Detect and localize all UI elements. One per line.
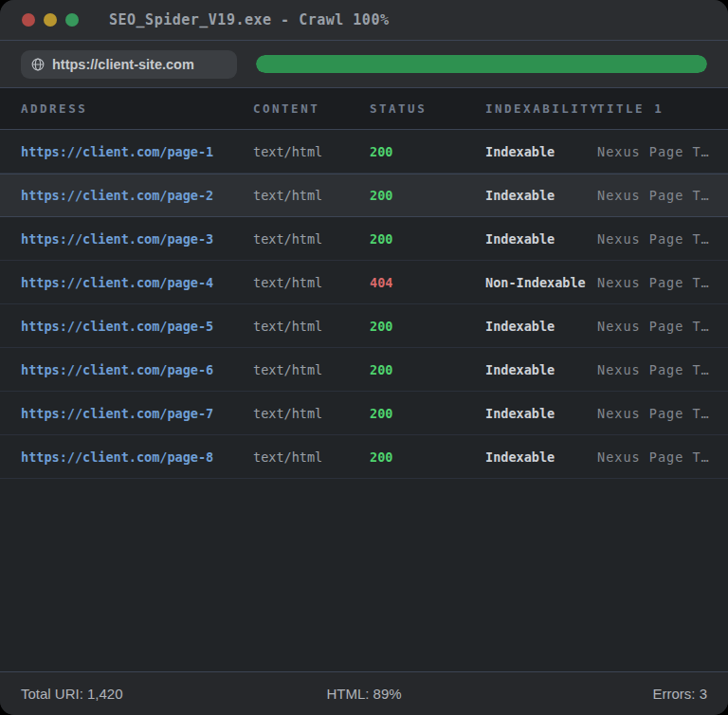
table-row[interactable]: https://client.com/page-7 text/html 200 … [0,392,728,435]
cell-address: https://client.com/page-6 [21,362,253,377]
traffic-lights [22,13,79,27]
cell-indexability: Non-Indexable [485,275,597,290]
cell-title: Nexus Page T… [597,362,715,377]
cell-content-type: text/html [253,275,370,290]
cell-title: Nexus Page T… [597,231,715,247]
cell-title: Nexus Page T… [597,449,715,465]
status-bar: Total URI: 1,420 HTML: 89% Errors: 3 [0,671,728,715]
window-title: SEO_Spider_V19.exe - Crawl 100% [109,0,389,40]
status-errors: Errors: 3 [479,686,707,702]
column-header-address[interactable]: ADDRESS [21,101,253,116]
crawl-progress-bar [256,55,707,73]
cell-content-type: text/html [253,406,370,421]
cell-content-type: text/html [253,188,370,203]
cell-indexability: Indexable [485,144,597,159]
app-window: SEO_Spider_V19.exe - Crawl 100% https://… [0,0,728,715]
progress-fill [256,55,707,73]
cell-status-code: 200 [370,231,485,247]
cell-address: https://client.com/page-5 [21,319,253,334]
cell-status-code: 200 [370,319,485,334]
url-input[interactable]: https://client-site.com [21,50,237,79]
cell-content-type: text/html [253,362,370,377]
cell-indexability: Indexable [485,188,597,203]
zoom-button[interactable] [65,13,79,27]
cell-status-code: 200 [370,449,485,465]
cell-title: Nexus Page T… [597,275,715,290]
close-button[interactable] [22,13,35,27]
column-header-content[interactable]: CONTENT [253,101,370,116]
cell-status-code: 200 [370,188,485,203]
cell-address: https://client.com/page-2 [21,188,253,203]
cell-title: Nexus Page T… [597,406,715,421]
cell-title: Nexus Page T… [597,188,715,203]
cell-address: https://client.com/page-4 [21,275,253,290]
table-row[interactable]: https://client.com/page-5 text/html 200 … [0,304,728,348]
cell-status-code: 404 [370,275,485,290]
globe-icon [31,58,45,71]
cell-address: https://client.com/page-7 [21,406,253,421]
cell-indexability: Indexable [485,319,597,334]
cell-status-code: 200 [370,144,485,159]
table-row[interactable]: https://client.com/page-3 text/html 200 … [0,217,728,261]
toolbar: https://client-site.com [0,41,728,88]
table-row[interactable]: https://client.com/page-2 text/html 200 … [0,174,728,217]
cell-content-type: text/html [253,231,370,247]
cell-indexability: Indexable [485,362,597,377]
cell-status-code: 200 [370,406,485,421]
status-total-uri: Total URI: 1,420 [21,686,249,702]
title-bar: SEO_Spider_V19.exe - Crawl 100% [0,0,728,41]
column-header-status[interactable]: STATUS [370,101,485,116]
cell-indexability: Indexable [485,449,597,465]
table-row[interactable]: https://client.com/page-1 text/html 200 … [0,130,728,174]
status-html-percent: HTML: 89% [249,686,478,702]
cell-address: https://client.com/page-1 [21,144,253,159]
table-row[interactable]: https://client.com/page-6 text/html 200 … [0,348,728,392]
table-row[interactable]: https://client.com/page-8 text/html 200 … [0,435,728,479]
cell-title: Nexus Page T… [597,144,715,159]
table-row[interactable]: https://client.com/page-4 text/html 404 … [0,261,728,304]
cell-status-code: 200 [370,362,485,377]
url-value: https://client-site.com [52,57,194,72]
minimize-button[interactable] [44,13,57,27]
cell-content-type: text/html [253,449,370,465]
cell-indexability: Indexable [485,406,597,421]
cell-content-type: text/html [253,319,370,334]
cell-address: https://client.com/page-3 [21,231,253,247]
column-header-indexability[interactable]: INDEXABILITY [485,101,597,116]
cell-title: Nexus Page T… [597,319,715,334]
column-header-title-1[interactable]: TITLE 1 [597,101,715,116]
cell-address: https://client.com/page-8 [21,449,253,465]
table-header: ADDRESS CONTENT STATUS INDEXABILITY TITL… [0,88,728,130]
table-body: https://client.com/page-1 text/html 200 … [0,130,728,671]
cell-content-type: text/html [253,144,370,159]
cell-indexability: Indexable [485,231,597,247]
